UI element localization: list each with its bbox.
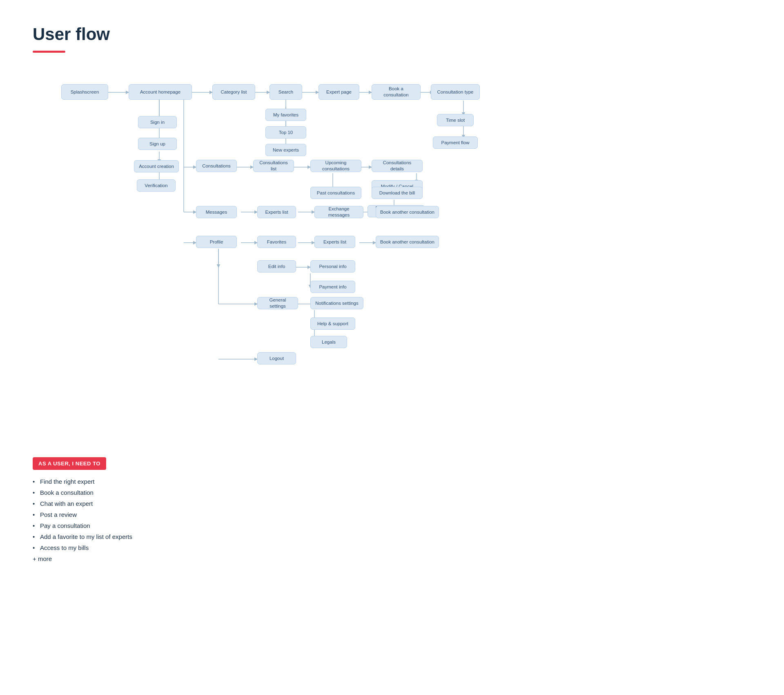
list-item: Chat with an expert xyxy=(33,500,155,507)
list-item: Find the right expert xyxy=(33,478,155,485)
node-upcoming-consultations: Upcoming consultations xyxy=(310,160,361,172)
node-search: Search xyxy=(270,84,302,100)
user-needs-panel: AS A USER, I NEED TO Find the right expe… xyxy=(33,457,155,562)
node-consultations: Consultations xyxy=(196,160,237,172)
node-payment-info: Payment info xyxy=(310,281,355,293)
list-item: Book a consultation xyxy=(33,489,155,496)
node-verification: Verification xyxy=(137,179,176,192)
node-consultations-details: Consultations details xyxy=(372,160,423,172)
node-my-favorites: My favorites xyxy=(265,109,306,121)
node-notifications-settings: Notifications settings xyxy=(310,297,363,309)
node-messages: Messages xyxy=(196,206,237,218)
node-splashscreen: Splashscreen xyxy=(61,84,108,100)
node-account-homepage: Account homepage xyxy=(129,84,192,100)
node-account-creation: Account creation xyxy=(134,160,179,172)
node-past-consultations: Past consultations xyxy=(310,187,361,199)
user-needs-more: + more xyxy=(33,555,155,562)
node-experts-list-fav: Experts list xyxy=(314,236,355,248)
node-expert-page: Expert page xyxy=(318,84,359,100)
node-general-settings: General settings xyxy=(257,297,298,309)
node-time-slot: Time slot xyxy=(437,114,474,126)
user-needs-badge: AS A USER, I NEED TO xyxy=(33,457,106,470)
flow-svg xyxy=(33,73,751,441)
node-help-support: Help & support xyxy=(310,317,355,330)
node-payment-flow: Payment flow xyxy=(433,136,478,149)
list-item: Pay a consultation xyxy=(33,522,155,529)
page-title: User flow xyxy=(33,25,751,44)
list-item: Post a review xyxy=(33,511,155,518)
node-experts-list-msg: Experts list xyxy=(257,206,296,218)
node-new-experts: New experts xyxy=(265,144,306,156)
user-needs-section: AS A USER, I NEED TO Find the right expe… xyxy=(33,457,751,562)
node-category-list: Category list xyxy=(212,84,255,100)
node-book-consultation: Book a consultation xyxy=(372,84,421,100)
node-sign-up: Sign up xyxy=(138,138,177,150)
node-profile: Profile xyxy=(196,236,237,248)
node-exchange-messages: Exchange messages xyxy=(314,206,363,218)
list-item: Access to my bills xyxy=(33,544,155,551)
node-download-bill: Download the bill xyxy=(372,187,423,199)
node-legals: Legals xyxy=(310,336,347,348)
title-underline xyxy=(33,51,65,53)
node-favorites: Favorites xyxy=(257,236,296,248)
list-item: Add a favorite to my list of experts xyxy=(33,533,155,540)
node-logout: Logout xyxy=(257,352,296,364)
node-book-another-msg: Book another consultation xyxy=(376,206,439,218)
flow-diagram: Splashscreen Account homepage Category l… xyxy=(33,73,751,441)
node-top10: Top 10 xyxy=(265,126,306,139)
node-consultation-type: Consultation type xyxy=(431,84,480,100)
node-sign-in: Sign in xyxy=(138,116,177,128)
node-consultations-list: Consultations list xyxy=(253,160,294,172)
user-needs-list: Find the right expert Book a consultatio… xyxy=(33,478,155,551)
node-book-another-fav: Book another consultation xyxy=(376,236,439,248)
node-edit-info: Edit info xyxy=(257,260,296,273)
node-personal-info: Personal info xyxy=(310,260,355,273)
